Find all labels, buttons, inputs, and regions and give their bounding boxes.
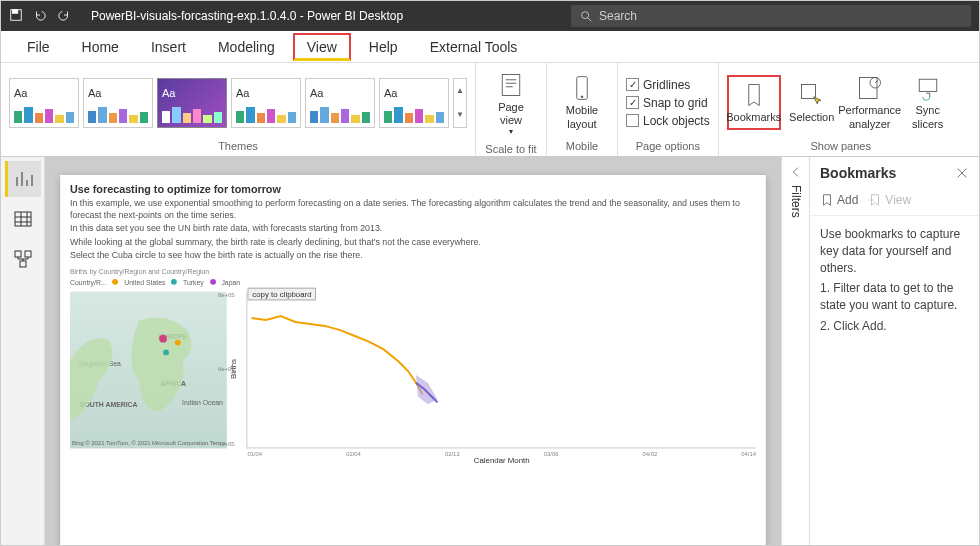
title-bar: PowerBI-visuals-forcasting-exp.1.0.4.0 -… [1,1,979,31]
tab-external-tools[interactable]: External Tools [416,33,532,61]
line-chart-visual[interactable]: copy to clipboard Births Calendar Month … [246,291,756,448]
theme-thumb[interactable]: Aa [305,78,375,128]
gauge-icon [856,74,884,102]
theme-thumb[interactable]: Aa [231,78,301,128]
bookmark-view-icon [868,193,882,207]
bookmarks-title: Bookmarks [820,165,896,181]
left-rail [1,157,45,546]
tab-home[interactable]: Home [68,33,133,61]
bookmarks-help: Use bookmarks to capture key data for yo… [810,216,979,349]
sync-slicers-button[interactable]: Sync slicers [901,70,955,134]
svg-point-14 [159,334,167,342]
page-view-button[interactable]: Page view▾ [484,67,538,141]
report-text: In this data set you see the UN birth ra… [70,223,756,234]
map-visual[interactable]: EUROPE AFRICA SOUTH AMERICA Sargasso Sea… [70,291,227,448]
model-icon [13,249,33,269]
svg-point-16 [163,349,169,355]
mobile-layout-button[interactable]: Mobile layout [555,70,609,134]
redo-icon[interactable] [57,8,71,25]
report-text: In this example, we use exponential smoo… [70,199,756,222]
svg-rect-13 [20,261,26,267]
ribbon: Aa Aa Aa Aa Aa Aa ▲▼ Themes Page view▾ S… [1,63,979,157]
x-ticks: 01/0402/0402/1203/0604/0204/14 [247,451,756,457]
map-attribution: Bing © 2021 TomTom, © 2021 Microsoft Cor… [72,440,226,446]
filters-pane-collapsed[interactable]: Filters [781,157,809,546]
table-icon [13,209,33,229]
bookmark-view-button[interactable]: View [868,193,911,207]
bookmark-add-button[interactable]: Add [820,193,858,207]
chart-icon [14,169,34,189]
undo-icon[interactable] [33,8,47,25]
selection-button[interactable]: Selection [785,77,839,128]
tab-view[interactable]: View [293,33,351,61]
page-view-icon [497,71,525,99]
report-text: While looking at the global summary, the… [70,237,756,248]
performance-button[interactable]: Performance analyzer [843,70,897,134]
map-legend: Country/R... United States Turkey Japan [70,278,756,285]
theme-thumb[interactable]: Aa [379,78,449,128]
copy-clipboard-button[interactable]: copy to clipboard [247,287,316,300]
theme-dropdown[interactable]: ▲▼ [453,78,467,128]
canvas-area[interactable]: Use forecasting to optimize for tomorrow… [45,157,781,546]
x-axis-label: Calendar Month [474,456,530,465]
theme-thumb[interactable]: Aa [83,78,153,128]
save-icon[interactable] [9,8,23,25]
bookmarks-button[interactable]: Bookmarks [727,75,781,130]
selection-icon [798,81,826,109]
svg-rect-3 [502,75,520,96]
tab-insert[interactable]: Insert [137,33,200,61]
svg-rect-9 [919,80,937,92]
group-label-mobile: Mobile [566,138,598,156]
report-canvas[interactable]: Use forecasting to optimize for tomorrow… [60,175,766,546]
svg-point-15 [175,339,181,345]
report-text: Select the Cuba circle to see how the bi… [70,250,756,261]
tab-modeling[interactable]: Modeling [204,33,289,61]
svg-point-2 [582,12,589,19]
group-label-themes: Themes [218,138,258,156]
map-title: Births by Country/Region and Country/Reg… [70,268,756,277]
model-view-button[interactable] [5,241,41,277]
svg-rect-11 [15,251,21,257]
theme-gallery[interactable]: Aa Aa Aa Aa Aa Aa ▲▼ [9,67,467,138]
line-path-icon [251,306,447,404]
search-icon [579,9,593,23]
theme-thumb[interactable]: Aa [9,78,79,128]
bookmark-add-icon [820,193,834,207]
expand-icon[interactable] [789,165,803,179]
map-shapes-icon [70,291,227,448]
data-view-button[interactable] [5,201,41,237]
search-placeholder: Search [599,9,637,23]
filters-label: Filters [789,185,803,218]
report-view-button[interactable] [5,161,41,197]
group-label-show-panes: Show panes [810,138,871,156]
theme-thumb[interactable]: Aa [157,78,227,128]
gridlines-checkbox[interactable]: ✓Gridlines [626,76,710,94]
main-area: Use forecasting to optimize for tomorrow… [1,157,979,546]
sync-icon [914,74,942,102]
report-title: Use forecasting to optimize for tomorrow [70,183,756,195]
bookmarks-pane: Bookmarks Add View Use bookmarks to capt… [809,157,979,546]
svg-point-5 [581,96,583,98]
lock-checkbox[interactable]: Lock objects [626,112,710,130]
group-label-page-options: Page options [636,138,700,156]
bookmark-icon [740,81,768,109]
y-ticks: 8e+056e+054e+05 [218,291,235,447]
menu-bar: File Home Insert Modeling View Help Exte… [1,31,979,63]
svg-rect-10 [15,212,31,226]
window-title: PowerBI-visuals-forcasting-exp.1.0.4.0 -… [91,9,403,23]
tab-file[interactable]: File [13,33,64,61]
svg-rect-1 [13,9,18,13]
snap-checkbox[interactable]: ✓Snap to grid [626,94,710,112]
svg-rect-12 [25,251,31,257]
close-icon[interactable] [955,166,969,180]
search-box[interactable]: Search [571,5,971,27]
mobile-icon [568,74,596,102]
tab-help[interactable]: Help [355,33,412,61]
